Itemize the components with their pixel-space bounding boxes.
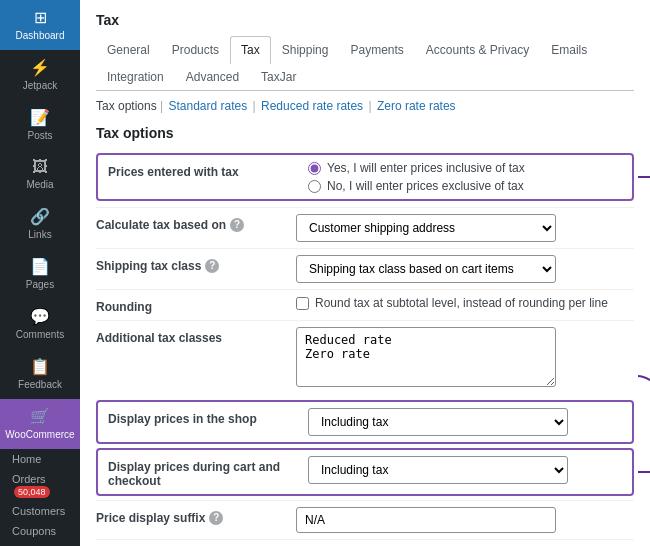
feedback-icon: 📋 [30, 357, 50, 376]
woo-sub-customers[interactable]: Customers [0, 501, 80, 521]
arrow-prices [636, 162, 650, 192]
tab-general[interactable]: General [96, 36, 161, 63]
calculate-tax-content: Customer shipping address Customer billi… [296, 214, 634, 242]
rounding-text: Round tax at subtotal level, instead of … [315, 296, 608, 310]
display-prices-cart-label: Display prices during cart and checkout [108, 456, 308, 488]
prices-with-tax-row: Prices entered with tax Yes, I will ente… [96, 153, 634, 201]
price-display-suffix-help-icon[interactable]: ? [209, 511, 223, 525]
media-icon: 🖼 [32, 158, 48, 176]
main-content-area: Tax General Products Tax Shipping Paymen… [80, 0, 650, 546]
tab-integration[interactable]: Integration [96, 63, 175, 90]
sidebar-item-jetpack[interactable]: ⚡ Jetpack [0, 50, 80, 100]
radio-inclusive[interactable]: Yes, I will enter prices inclusive of ta… [308, 161, 622, 175]
woo-sub-home[interactable]: Home [0, 449, 80, 469]
sidebar-label: Feedback [18, 379, 62, 391]
sidebar-label: Dashboard [16, 30, 65, 42]
radio-exclusive[interactable]: No, I will enter prices exclusive of tax [308, 179, 622, 193]
sidebar-label: Media [26, 179, 53, 191]
jetpack-icon: ⚡ [30, 58, 50, 77]
shipping-tax-class-label: Shipping tax class ? [96, 255, 296, 273]
sub-nav-reduced-rates[interactable]: Reduced rate rates [261, 99, 363, 113]
sidebar-label: Posts [27, 130, 52, 142]
rounding-row: Rounding Round tax at subtotal level, in… [96, 289, 634, 320]
calculate-tax-help-icon[interactable]: ? [230, 218, 244, 232]
calculate-tax-row: Calculate tax based on ? Customer shippi… [96, 207, 634, 248]
sub-nav-zero-rates[interactable]: Zero rate rates [377, 99, 456, 113]
radio-inclusive-input[interactable] [308, 162, 321, 175]
dashboard-icon: ⊞ [34, 8, 47, 27]
sidebar-label: Jetpack [23, 80, 57, 92]
arrow-tax-classes [636, 371, 650, 401]
prices-with-tax-options: Yes, I will enter prices inclusive of ta… [308, 161, 622, 193]
sidebar-item-media[interactable]: 🖼 Media [0, 150, 80, 199]
calculate-tax-select[interactable]: Customer shipping address Customer billi… [296, 214, 556, 242]
price-display-suffix-label: Price display suffix ? [96, 507, 296, 525]
additional-tax-classes-row: Additional tax classes Reduced rate Zero… [96, 320, 634, 396]
rounding-checkbox-label[interactable]: Round tax at subtotal level, instead of … [296, 296, 634, 310]
display-prices-shop-label: Display prices in the shop [108, 408, 308, 426]
settings-tabs: General Products Tax Shipping Payments A… [96, 36, 634, 91]
sub-nav-standard-rates[interactable]: Standard rates [169, 99, 248, 113]
display-prices-shop-content: Including tax Excluding tax [308, 408, 622, 436]
additional-tax-classes-content: Reduced rate Zero rate [296, 327, 634, 390]
display-tax-totals-row: Display tax totals Itemized As a single … [96, 539, 634, 546]
prices-with-tax-label: Prices entered with tax [108, 161, 308, 179]
sidebar-item-woocommerce[interactable]: 🛒 WooCommerce [0, 399, 80, 449]
display-prices-shop-row: Display prices in the shop Including tax… [96, 400, 634, 444]
shipping-tax-class-content: Shipping tax class based on cart items S… [296, 255, 634, 283]
page-title: Tax [96, 12, 634, 28]
posts-icon: 📝 [30, 108, 50, 127]
sidebar-item-feedback[interactable]: 📋 Feedback [0, 349, 80, 399]
arrow-cart [636, 457, 650, 487]
price-display-suffix-content [296, 507, 634, 533]
sidebar-item-dashboard[interactable]: ⊞ Dashboard [0, 0, 80, 50]
sub-nav-prefix: Tax options [96, 99, 157, 113]
tab-taxjar[interactable]: TaxJar [250, 63, 307, 90]
radio-inclusive-label: Yes, I will enter prices inclusive of ta… [327, 161, 525, 175]
tab-shipping[interactable]: Shipping [271, 36, 340, 63]
rounding-label: Rounding [96, 296, 296, 314]
woo-sub-coupons[interactable]: Coupons [0, 521, 80, 541]
woocommerce-icon: 🛒 [30, 407, 50, 426]
tab-products[interactable]: Products [161, 36, 230, 63]
woo-sub-taxjar[interactable]: TaxJar [0, 541, 80, 546]
shipping-tax-class-select[interactable]: Shipping tax class based on cart items S… [296, 255, 556, 283]
sidebar-item-posts[interactable]: 📝 Posts [0, 100, 80, 150]
additional-tax-classes-textarea[interactable]: Reduced rate Zero rate [296, 327, 556, 387]
display-prices-cart-select[interactable]: Including tax Excluding tax [308, 456, 568, 484]
display-prices-shop-select[interactable]: Including tax Excluding tax [308, 408, 568, 436]
sidebar-item-links[interactable]: 🔗 Links [0, 199, 80, 249]
calculate-tax-label: Calculate tax based on ? [96, 214, 296, 232]
display-prices-cart-row: Display prices during cart and checkout … [96, 448, 634, 496]
section-title: Tax options [96, 125, 634, 141]
price-display-suffix-row: Price display suffix ? [96, 500, 634, 539]
woo-sub-orders[interactable]: Orders 50,048 [0, 469, 80, 501]
additional-tax-classes-label: Additional tax classes [96, 327, 296, 345]
tab-emails[interactable]: Emails [540, 36, 598, 63]
tab-advanced[interactable]: Advanced [175, 63, 250, 90]
tab-payments[interactable]: Payments [339, 36, 414, 63]
sub-navigation: Tax options | Standard rates | Reduced r… [96, 99, 634, 113]
shipping-tax-help-icon[interactable]: ? [205, 259, 219, 273]
links-icon: 🔗 [30, 207, 50, 226]
shipping-tax-class-row: Shipping tax class ? Shipping tax class … [96, 248, 634, 289]
pages-icon: 📄 [30, 257, 50, 276]
radio-exclusive-label: No, I will enter prices exclusive of tax [327, 179, 524, 193]
price-display-suffix-input[interactable] [296, 507, 556, 533]
tab-accounts-privacy[interactable]: Accounts & Privacy [415, 36, 540, 63]
radio-exclusive-input[interactable] [308, 180, 321, 193]
sidebar-label: Pages [26, 279, 54, 291]
sidebar: ⊞ Dashboard ⚡ Jetpack 📝 Posts 🖼 Media 🔗 … [0, 0, 80, 546]
tab-tax[interactable]: Tax [230, 36, 271, 64]
display-prices-cart-content: Including tax Excluding tax [308, 456, 622, 484]
settings-page: Tax General Products Tax Shipping Paymen… [80, 0, 650, 546]
sidebar-label: Links [28, 229, 51, 241]
sidebar-label: WooCommerce [5, 429, 74, 441]
sidebar-item-comments[interactable]: 💬 Comments [0, 299, 80, 349]
rounding-content: Round tax at subtotal level, instead of … [296, 296, 634, 310]
prices-radio-group: Yes, I will enter prices inclusive of ta… [308, 161, 622, 193]
comments-icon: 💬 [30, 307, 50, 326]
sidebar-item-pages[interactable]: 📄 Pages [0, 249, 80, 299]
rounding-checkbox[interactable] [296, 297, 309, 310]
sidebar-label: Comments [16, 329, 64, 341]
